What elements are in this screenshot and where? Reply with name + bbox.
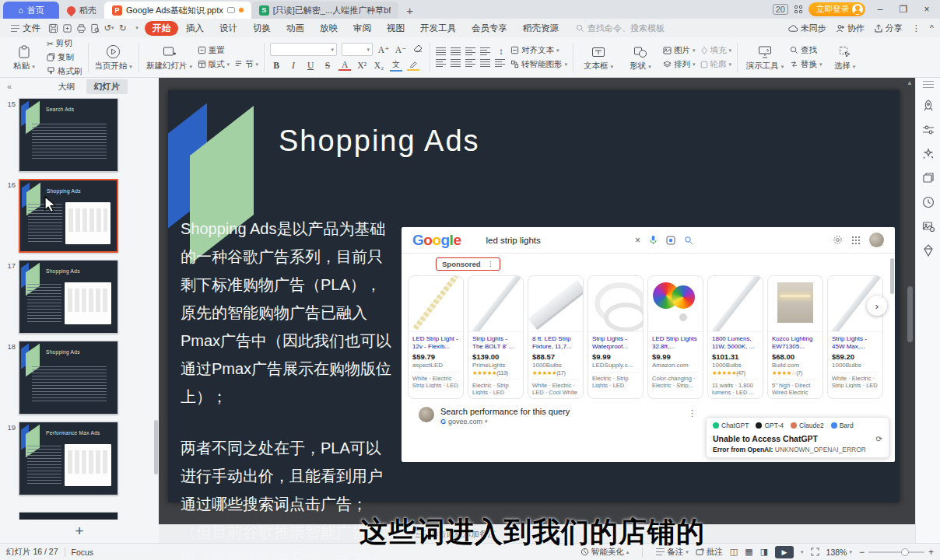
quick-access-more-icon[interactable]: ▾ bbox=[131, 22, 143, 34]
new-tab-button[interactable]: + bbox=[398, 2, 421, 19]
underline-button[interactable]: U bbox=[304, 61, 317, 70]
product-title[interactable]: Strip Lights - Waterproof... bbox=[592, 335, 639, 351]
slideshow-play-button[interactable]: ▶ bbox=[775, 546, 794, 558]
smart-beautify-button[interactable]: 智能美化▴ bbox=[580, 547, 630, 558]
search-submit-icon[interactable] bbox=[684, 236, 693, 245]
google-apps-grid-icon[interactable] bbox=[851, 236, 861, 245]
new-slide-button[interactable]: 新建幻灯片 ▾ bbox=[145, 40, 195, 75]
clear-format-button[interactable] bbox=[412, 44, 424, 54]
align-left-icon[interactable] bbox=[436, 59, 446, 68]
subscript-button[interactable]: X₂ bbox=[373, 61, 385, 70]
settings-gear-icon[interactable] bbox=[833, 235, 843, 245]
canvas-scrollbar[interactable] bbox=[907, 286, 913, 342]
canvas-scroll-up-icon[interactable]: ▲ bbox=[906, 79, 914, 86]
align-right-icon[interactable] bbox=[465, 59, 475, 68]
menu-tab[interactable]: 视图 bbox=[379, 21, 412, 36]
italic-button[interactable]: I bbox=[287, 61, 300, 70]
product-card[interactable]: Strip Lights - Waterproof... $9.99 LEDSu… bbox=[588, 275, 644, 399]
menu-tab[interactable]: 稻壳资源 bbox=[515, 21, 566, 36]
shapes-button[interactable]: 形状 ▾ bbox=[621, 40, 660, 75]
export-icon[interactable] bbox=[61, 22, 73, 34]
minimize-button[interactable]: – bbox=[872, 4, 889, 15]
undo-icon[interactable]: ↺▾ bbox=[103, 22, 115, 34]
sync-status[interactable]: 未同步 bbox=[788, 23, 826, 34]
tab-docer[interactable]: 稻壳 bbox=[59, 2, 104, 19]
print-icon[interactable] bbox=[75, 22, 87, 34]
merchant-source[interactable]: G govee.com ▾ bbox=[440, 418, 570, 425]
ai-widget-tab[interactable]: Bard bbox=[831, 422, 854, 429]
superscript-button[interactable]: X² bbox=[356, 61, 368, 70]
ai-widget-tab[interactable]: GPT-4 bbox=[756, 422, 784, 429]
notes-toggle-button[interactable]: 备注▾ bbox=[656, 547, 689, 558]
redo-icon[interactable]: ↻ bbox=[117, 22, 129, 34]
reset-button[interactable]: 重置 bbox=[198, 45, 259, 56]
product-card[interactable]: 8 ft. LED Strip Fixture, 11,7... $88.57 … bbox=[528, 275, 584, 399]
replace-button[interactable]: 替换▾ bbox=[790, 59, 822, 70]
save-icon[interactable] bbox=[47, 22, 59, 34]
bold-button[interactable]: B bbox=[270, 61, 282, 70]
product-title[interactable]: Strip Lights - 45W Max,... bbox=[832, 335, 879, 351]
slide-thumbnail[interactable]: Shopping Ads bbox=[19, 260, 118, 334]
paste-button[interactable]: 粘贴 ▾ bbox=[5, 40, 44, 75]
font-color-button[interactable]: A bbox=[338, 60, 351, 71]
reading-view-icon[interactable]: ◨ bbox=[760, 547, 768, 557]
ai-widget-tab[interactable]: Claude2 bbox=[791, 422, 824, 429]
slide-thumbnail[interactable]: Performance Max Ads bbox=[19, 422, 118, 495]
product-title[interactable]: 1800 Lumens, 11W, 5000K, ... bbox=[712, 335, 759, 351]
history-clock-icon[interactable] bbox=[921, 195, 935, 209]
panel-list-icon[interactable] bbox=[923, 81, 934, 89]
align-center-icon[interactable] bbox=[451, 59, 461, 68]
find-button[interactable]: 查找 bbox=[790, 45, 822, 56]
collaborate-button[interactable]: 协作 bbox=[836, 23, 865, 34]
fill-button[interactable]: 填充▾ bbox=[700, 45, 732, 56]
product-title[interactable]: LED Strip Light - 12v - Flexib... bbox=[412, 335, 459, 351]
refresh-icon[interactable]: ⟳ bbox=[876, 435, 882, 443]
decrease-indent-icon[interactable] bbox=[465, 47, 475, 56]
product-card[interactable]: LED Strip Lights 32.8ft,... $9.99 Amazon… bbox=[647, 275, 703, 399]
clear-search-icon[interactable]: × bbox=[635, 235, 640, 246]
play-from-current-button[interactable]: 当页开始 ▾ bbox=[94, 40, 133, 75]
menu-tab[interactable]: 动画 bbox=[279, 21, 312, 36]
increase-indent-icon[interactable] bbox=[480, 47, 490, 56]
tab-spreadsheet[interactable]: S [只读]已解密_...人端推广种草bf bbox=[251, 2, 399, 19]
strikethrough-button[interactable]: S bbox=[321, 61, 334, 70]
product-title[interactable]: LED Strip Lights 32.8ft,... bbox=[652, 335, 699, 351]
product-card[interactable]: 1800 Lumens, 11W, 5000K, ... $101.31 100… bbox=[707, 275, 763, 399]
slide-thumbnail[interactable]: Shopping Ads bbox=[19, 179, 118, 253]
focus-mode-label[interactable]: Focus bbox=[72, 548, 94, 557]
font-size-select[interactable]: ▾ bbox=[342, 43, 373, 56]
select-button[interactable]: 选择 ▾ bbox=[826, 40, 865, 75]
beautify-wand-icon[interactable] bbox=[921, 147, 935, 161]
workspace-grid-icon[interactable] bbox=[794, 5, 802, 13]
quick-tools-rocket-icon[interactable] bbox=[921, 99, 935, 113]
current-slide[interactable]: Shopping Ads Shopping Ads是以产品为基础的一种谷歌广告系… bbox=[168, 90, 900, 502]
align-text-button[interactable]: 对齐文本▾ bbox=[510, 45, 567, 56]
justify-icon[interactable] bbox=[480, 59, 490, 68]
zoom-track[interactable] bbox=[868, 551, 924, 553]
menu-tab[interactable]: 设计 bbox=[212, 21, 245, 36]
google-account-avatar[interactable] bbox=[869, 233, 884, 247]
login-button[interactable]: 立即登录 bbox=[808, 2, 865, 16]
collapse-ribbon-icon[interactable]: ^ bbox=[930, 23, 934, 33]
product-card[interactable]: LED Strip Light - 12v - Flexib... $59.79… bbox=[408, 275, 464, 399]
product-card[interactable]: Kuzco Lighting EW71305... $68.00 Build.c… bbox=[767, 275, 823, 399]
device-sync-icon[interactable]: 20 bbox=[773, 4, 788, 15]
distribute-icon[interactable] bbox=[495, 59, 505, 68]
search-query-input[interactable]: led strip lights bbox=[486, 236, 540, 245]
numbered-list-icon[interactable] bbox=[451, 47, 461, 56]
fit-slide-button[interactable] bbox=[811, 548, 819, 556]
menu-tab[interactable]: 放映 bbox=[312, 21, 345, 36]
product-title[interactable]: Kuzco Lighting EW71305... bbox=[772, 335, 819, 351]
zoom-knob[interactable] bbox=[901, 548, 909, 556]
outline-button[interactable]: 轮廓▾ bbox=[700, 59, 732, 70]
section-button[interactable]: 节▾ bbox=[234, 59, 258, 70]
increase-font-button[interactable]: A⁺ bbox=[377, 44, 390, 55]
file-menu[interactable]: 文件 bbox=[6, 23, 45, 34]
highlight-button[interactable] bbox=[407, 60, 419, 71]
layout-button[interactable]: 版式▾ bbox=[198, 59, 230, 70]
menu-tab[interactable]: 切换 bbox=[245, 21, 279, 36]
ai-widget-tab[interactable]: ChatGPT bbox=[713, 422, 749, 429]
format-painter-button[interactable]: 格式刷 bbox=[47, 66, 82, 77]
properties-sliders-icon[interactable] bbox=[921, 123, 935, 137]
carousel-next-button[interactable]: › bbox=[867, 296, 887, 316]
